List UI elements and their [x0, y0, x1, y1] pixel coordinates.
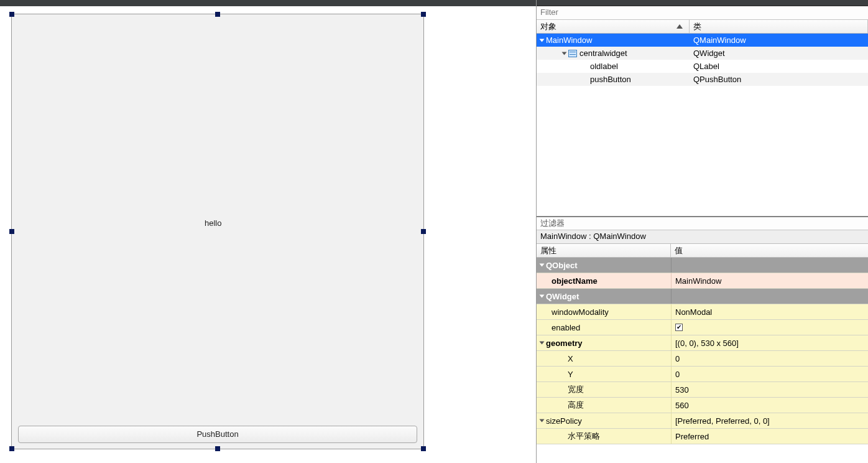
object-tree[interactable]: MainWindow QMainWindow centralwidget QWi…: [537, 34, 868, 217]
expand-icon[interactable]: [562, 52, 567, 55]
tree-row-pushbutton[interactable]: pushButton QPushButton: [537, 73, 868, 86]
tree-header-object[interactable]: 对象: [537, 20, 690, 33]
tree-item-name: pushButton: [590, 75, 631, 84]
label-widget[interactable]: hello: [205, 218, 221, 228]
prop-geometry[interactable]: geometry [(0, 0), 530 x 560]: [537, 335, 868, 351]
inspector-pane: Filter 对象 类 MainWindow QMainWindow: [536, 0, 868, 463]
grid-dots: [12, 14, 423, 449]
prop-geometry-y[interactable]: Y 0: [537, 367, 868, 382]
prop-name: 宽度: [568, 384, 584, 395]
resize-handle-tr[interactable]: [421, 12, 426, 17]
resize-handle-mr[interactable]: [421, 229, 426, 234]
prop-value[interactable]: 0: [671, 367, 868, 381]
chevron-down-icon: [540, 295, 545, 298]
property-header-value[interactable]: 值: [671, 244, 868, 257]
section-value: [671, 258, 868, 273]
prop-objectname[interactable]: objectName MainWindow: [537, 273, 868, 289]
tree-item-name: MainWindow: [546, 35, 592, 45]
section-label: QWidget: [546, 292, 579, 301]
resize-handle-ml[interactable]: [9, 229, 14, 234]
resize-handle-tm[interactable]: [215, 12, 220, 17]
tree-item-name: centralwidget: [579, 49, 627, 58]
property-header: 属性 值: [537, 244, 868, 258]
prop-value[interactable]: [(0, 0), 530 x 560]: [671, 335, 868, 350]
tree-item-class: QMainWindow: [690, 35, 868, 45]
prop-value[interactable]: ✔: [671, 320, 868, 335]
pushbutton-widget[interactable]: PushButton: [18, 426, 417, 443]
section-label: QObject: [546, 261, 578, 270]
property-title: MainWindow : QMainWindow: [537, 230, 868, 244]
prop-value[interactable]: 560: [671, 398, 868, 413]
resize-handle-tl[interactable]: [9, 12, 14, 17]
prop-name: 水平策略: [568, 431, 600, 442]
prop-enabled[interactable]: enabled ✔: [537, 320, 868, 335]
design-canvas-pane: hello PushButton: [0, 0, 536, 463]
tree-item-class: QWidget: [690, 49, 868, 58]
tree-row-oldlabel[interactable]: oldlabel QLabel: [537, 60, 868, 73]
tree-header-class-label: 类: [693, 21, 701, 32]
tree-item-name: oldlabel: [590, 62, 618, 71]
tree-header-object-label: 对象: [540, 21, 556, 32]
prop-name: X: [568, 354, 573, 363]
checkbox-checked-icon[interactable]: ✔: [675, 324, 683, 331]
resize-handle-br[interactable]: [421, 446, 426, 451]
prop-name: sizePolicy: [546, 416, 582, 426]
object-filter-input[interactable]: Filter: [537, 6, 868, 20]
prop-sizepolicy[interactable]: sizePolicy [Preferred, Preferred, 0, 0]: [537, 413, 868, 429]
resize-handle-bl[interactable]: [9, 446, 14, 451]
tree-item-class: QPushButton: [690, 75, 868, 84]
prop-hpolicy[interactable]: 水平策略 Preferred: [537, 429, 868, 444]
prop-value[interactable]: 530: [671, 382, 868, 397]
expand-icon[interactable]: [540, 39, 545, 42]
prop-name: enabled: [552, 323, 580, 332]
section-qwidget[interactable]: QWidget: [537, 289, 868, 304]
object-tree-header: 对象 类: [537, 20, 868, 34]
property-header-name[interactable]: 属性: [537, 244, 671, 257]
prop-name: 高度: [568, 400, 584, 411]
right-top-strip: [537, 0, 868, 6]
prop-windowmodality[interactable]: windowModality NonModal: [537, 304, 868, 320]
prop-geometry-x[interactable]: X 0: [537, 351, 868, 367]
prop-name: objectName: [552, 276, 598, 286]
section-qobject[interactable]: QObject: [537, 258, 868, 273]
prop-value[interactable]: NonModal: [671, 304, 868, 319]
prop-value[interactable]: Preferred: [671, 429, 868, 444]
prop-value[interactable]: MainWindow: [671, 273, 868, 288]
prop-value[interactable]: [Preferred, Preferred, 0, 0]: [671, 413, 868, 428]
prop-name: Y: [568, 370, 573, 379]
prop-geometry-height[interactable]: 高度 560: [537, 398, 868, 413]
property-table[interactable]: QObject objectName MainWindow QWidget wi…: [537, 258, 868, 463]
prop-geometry-width[interactable]: 宽度 530: [537, 382, 868, 398]
tree-item-class: QLabel: [690, 62, 868, 71]
prop-value[interactable]: 0: [671, 351, 868, 366]
chevron-down-icon[interactable]: [540, 342, 545, 345]
prop-name: geometry: [546, 339, 583, 348]
sort-ascending-icon: [676, 24, 683, 29]
top-strip: [0, 0, 536, 6]
chevron-down-icon: [540, 264, 545, 267]
tree-header-class[interactable]: 类: [690, 20, 868, 33]
layout-icon: [568, 50, 577, 57]
form-design-surface[interactable]: hello PushButton: [11, 14, 424, 449]
resize-handle-bm[interactable]: [215, 446, 220, 451]
property-filter-input[interactable]: 过滤器: [537, 217, 868, 230]
tree-row-mainwindow[interactable]: MainWindow QMainWindow: [537, 34, 868, 47]
chevron-down-icon[interactable]: [540, 419, 545, 423]
tree-row-centralwidget[interactable]: centralwidget QWidget: [537, 47, 868, 60]
prop-name: windowModality: [552, 307, 609, 317]
section-value: [671, 289, 868, 304]
